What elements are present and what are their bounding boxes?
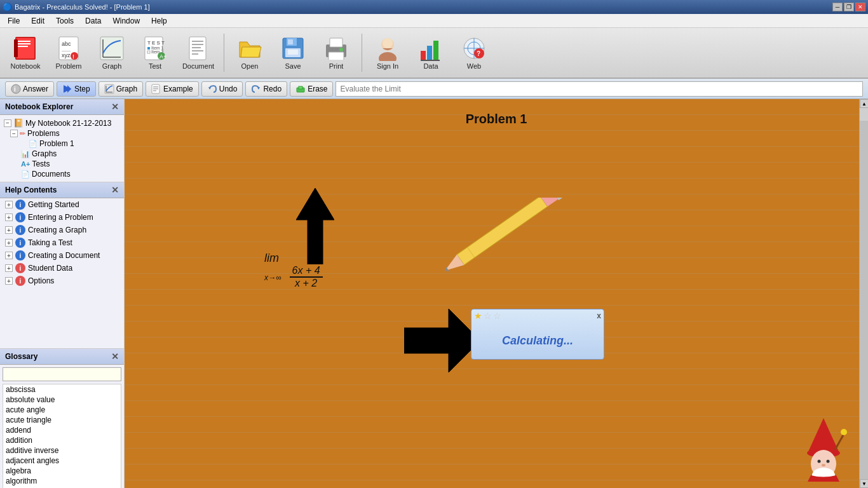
tree-problems-folder[interactable]: − ✏ Problems — [3, 128, 121, 139]
notebook-explorer-title: Notebook Explorer — [5, 102, 73, 111]
help-label-1: Entering a Problem — [28, 213, 93, 222]
svg-rect-65 — [299, 86, 302, 89]
popup-close-button[interactable]: x — [597, 311, 601, 320]
title-bar-controls[interactable]: ─ ❐ ✕ — [832, 3, 865, 11]
glossary-close[interactable]: ✕ — [111, 351, 119, 362]
redo-button[interactable]: Redo — [245, 81, 287, 97]
step-icon — [62, 84, 72, 94]
toolbar-save-button[interactable]: Save — [273, 30, 313, 75]
help-taking-test[interactable]: + i Taking a Test — [0, 236, 124, 249]
toolbar-problem-label: Problem — [56, 62, 82, 70]
notebook-explorer-close[interactable]: ✕ — [111, 102, 119, 112]
help-label-4: Creating a Document — [28, 251, 100, 260]
help-creating-document[interactable]: + i Creating a Document — [0, 249, 124, 262]
glossary-item-4[interactable]: addend — [3, 425, 121, 435]
vertical-scrollbar[interactable]: ▲ ▼ — [859, 99, 868, 488]
undo-button[interactable]: Undo — [201, 81, 243, 97]
redo-label: Redo — [263, 85, 281, 93]
example-button[interactable]: Example — [146, 81, 199, 97]
svg-rect-5 — [14, 39, 18, 57]
toolbar-signin-label: Sign In — [377, 62, 398, 70]
tests-label: Tests — [32, 159, 50, 168]
glossary-panel: Glossary ✕ abscissa absolute value acute… — [0, 348, 124, 488]
open-icon — [237, 36, 262, 61]
lined-paper — [125, 99, 868, 488]
svg-point-84 — [841, 429, 847, 435]
help-student-data[interactable]: + i Student Data — [0, 262, 124, 274]
svg-rect-41 — [421, 51, 426, 60]
test-icon: T E S T Item 1 Item 2 A+ — [142, 36, 168, 61]
toolbar-open-button[interactable]: Open — [229, 30, 270, 75]
toolbar-notebook-button[interactable]: Notebook — [5, 30, 46, 75]
tree-problem1[interactable]: 📄 Problem 1 — [3, 139, 121, 149]
menu-tools[interactable]: Tools — [51, 15, 79, 27]
close-button[interactable]: ✕ — [855, 3, 865, 11]
toolbar-print-button[interactable]: Print — [316, 30, 356, 75]
help-entering-problem[interactable]: + i Entering a Problem — [0, 211, 124, 224]
scroll-down-button[interactable]: ▼ — [860, 479, 868, 488]
glossary-item-9[interactable]: algorithm — [3, 476, 121, 486]
glossary-item-0[interactable]: abscissa — [3, 384, 121, 395]
numerator: 6x + 4 — [290, 265, 323, 278]
toolbar-graph-button[interactable]: Graph — [92, 30, 132, 75]
help-options[interactable]: + i Options — [0, 274, 124, 287]
help-icon-3: i — [15, 238, 25, 248]
glossary-item-7[interactable]: adjacent angles — [3, 456, 121, 466]
step-button[interactable]: Step — [57, 81, 96, 97]
window-title: Bagatrix - Precalculus Solved! - [Proble… — [15, 3, 150, 11]
svg-rect-28 — [192, 53, 198, 55]
evaluate-input[interactable] — [336, 81, 863, 97]
glossary-item-5[interactable]: addition — [3, 435, 121, 445]
sidebar: Notebook Explorer ✕ − 📔 My Notebook 21-1… — [0, 99, 125, 488]
graph-button[interactable]: Graph — [98, 81, 143, 97]
tree-expand-problems[interactable]: − — [10, 130, 18, 137]
glossary-item-2[interactable]: acute angle — [3, 405, 121, 415]
toolbar-document-button[interactable]: Document — [178, 30, 219, 75]
tree-expand-root[interactable]: − — [4, 119, 11, 127]
glossary-item-3[interactable]: acute triangle — [3, 415, 121, 425]
menu-help[interactable]: Help — [146, 15, 172, 27]
toolbar-web-label: Web — [467, 62, 481, 70]
help-contents-title: Help Contents — [5, 186, 57, 194]
content-area: ▲ ▼ Problem 1 — [125, 99, 868, 488]
scroll-up-button[interactable]: ▲ — [860, 99, 868, 108]
toolbar-web-button[interactable]: ? Web — [454, 30, 494, 75]
graph-icon — [104, 84, 114, 94]
help-getting-started[interactable]: + i Getting Started — [0, 198, 124, 211]
toolbar-test-button[interactable]: T E S T Item 1 Item 2 A+ Test — [135, 30, 175, 75]
help-label-3: Taking a Test — [28, 238, 72, 247]
toolbar-data-button[interactable]: Data — [410, 30, 451, 75]
answer-button[interactable]: i Answer — [5, 81, 54, 97]
tree-tests[interactable]: A+ Tests — [3, 159, 121, 169]
help-contents-close[interactable]: ✕ — [111, 185, 119, 195]
glossary-list[interactable]: abscissa absolute value acute angle acut… — [3, 384, 121, 488]
help-label-6: Options — [28, 276, 54, 285]
svg-rect-24 — [192, 41, 203, 42]
svg-rect-17 — [147, 47, 150, 50]
svg-rect-66 — [457, 198, 548, 265]
toolbar-signin-button[interactable]: Sign In — [367, 30, 408, 75]
help-creating-graph[interactable]: + i Creating a Graph — [0, 224, 124, 236]
example-label: Example — [163, 85, 193, 93]
toolbar: Notebook abc —— xyz ! Problem Graph — [0, 28, 868, 79]
menu-file[interactable]: File — [3, 15, 25, 27]
notebook-tree: − 📔 My Notebook 21-12-2013 − ✏ Problems … — [0, 115, 124, 182]
tree-root[interactable]: − 📔 My Notebook 21-12-2013 — [3, 118, 121, 128]
glossary-search-input[interactable] — [3, 367, 121, 381]
stars-rating: ★ ☆ ☆ — [474, 311, 501, 321]
minimize-button[interactable]: ─ — [832, 3, 843, 11]
tree-documents[interactable]: 📄 Documents — [3, 169, 121, 179]
svg-point-37 — [339, 48, 343, 51]
menu-edit[interactable]: Edit — [26, 15, 50, 27]
glossary-item-6[interactable]: additive inverse — [3, 445, 121, 456]
menu-window[interactable]: Window — [107, 15, 145, 27]
svg-point-80 — [827, 460, 830, 463]
erase-button[interactable]: Erase — [290, 81, 333, 97]
glossary-item-8[interactable]: algebra — [3, 466, 121, 476]
menu-data[interactable]: Data — [80, 15, 106, 27]
pencil-folder-icon: ✏ — [20, 130, 25, 138]
toolbar-problem-button[interactable]: abc —— xyz ! Problem — [48, 30, 89, 75]
glossary-item-1[interactable]: absolute value — [3, 395, 121, 405]
tree-graphs[interactable]: 📊 Graphs — [3, 149, 121, 159]
restore-button[interactable]: ❐ — [844, 3, 854, 11]
